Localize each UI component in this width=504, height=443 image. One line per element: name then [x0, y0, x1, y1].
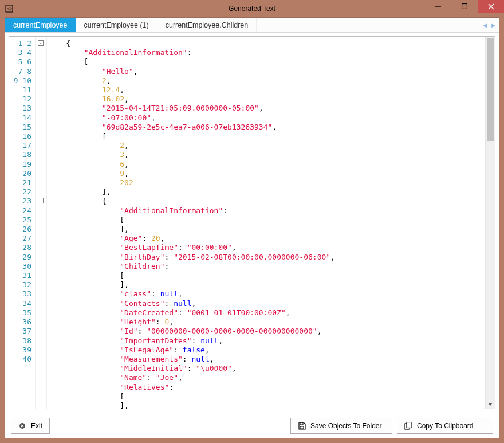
tab-scroll-right[interactable]: ►	[490, 22, 497, 29]
app-icon: <>	[5, 4, 14, 13]
fold-toggle-icon[interactable]: -	[38, 40, 44, 46]
svg-marker-6	[488, 403, 493, 406]
vertical-scrollbar[interactable]	[485, 37, 495, 409]
code-editor[interactable]: 1 2 3 4 5 6 7 8 9 10 11 12 13 14 15 16 1…	[9, 36, 495, 409]
button-label: Save Objects To Folder	[310, 422, 382, 430]
svg-rect-11	[300, 426, 304, 429]
tab-label: currentEmployee (1)	[84, 21, 149, 29]
tab-label: currentEmployee	[13, 21, 68, 29]
button-label: Copy To Clipboard	[417, 422, 474, 430]
tab-bar: currentEmployee currentEmployee (1) curr…	[5, 18, 499, 33]
close-button[interactable]	[478, 0, 504, 13]
code-content[interactable]: { "AdditionalInformation": [ "Hello", 2,…	[47, 37, 485, 409]
svg-text:<>: <>	[7, 6, 13, 11]
scrollbar-thumb[interactable]	[487, 38, 494, 141]
exit-button[interactable]: Exit	[11, 418, 50, 434]
maximize-button[interactable]	[451, 0, 478, 13]
tab-label: currentEmployee.Children	[166, 21, 249, 29]
tab-currentemployee-children[interactable]: currentEmployee.Children	[158, 18, 257, 32]
scrollbar-down-icon[interactable]	[486, 399, 495, 409]
svg-rect-13	[407, 422, 411, 428]
save-icon	[298, 422, 306, 430]
copy-clipboard-button[interactable]: Copy To Clipboard	[397, 418, 493, 434]
titlebar[interactable]: <> Generated Text	[0, 0, 504, 17]
client-area: currentEmployee currentEmployee (1) curr…	[5, 17, 499, 438]
save-objects-button[interactable]: Save Objects To Folder	[290, 418, 392, 434]
line-number-gutter: 1 2 3 4 5 6 7 8 9 10 11 12 13 14 15 16 1…	[9, 37, 36, 409]
copy-icon	[404, 422, 412, 430]
fold-column[interactable]: --	[36, 37, 47, 409]
minimize-button[interactable]	[425, 0, 451, 13]
fold-toggle-icon[interactable]: -	[38, 198, 44, 203]
svg-rect-3	[462, 4, 467, 9]
tab-scroll-left[interactable]: ◄	[482, 22, 488, 29]
footer-toolbar: Exit Save Objects To Folder Copy To Clip…	[5, 413, 499, 438]
fold-guide-line	[41, 46, 41, 409]
button-label: Exit	[31, 422, 42, 430]
exit-icon	[18, 422, 26, 430]
tab-currentemployee-1[interactable]: currentEmployee (1)	[76, 18, 158, 32]
tab-currentemployee[interactable]: currentEmployee	[5, 18, 76, 32]
